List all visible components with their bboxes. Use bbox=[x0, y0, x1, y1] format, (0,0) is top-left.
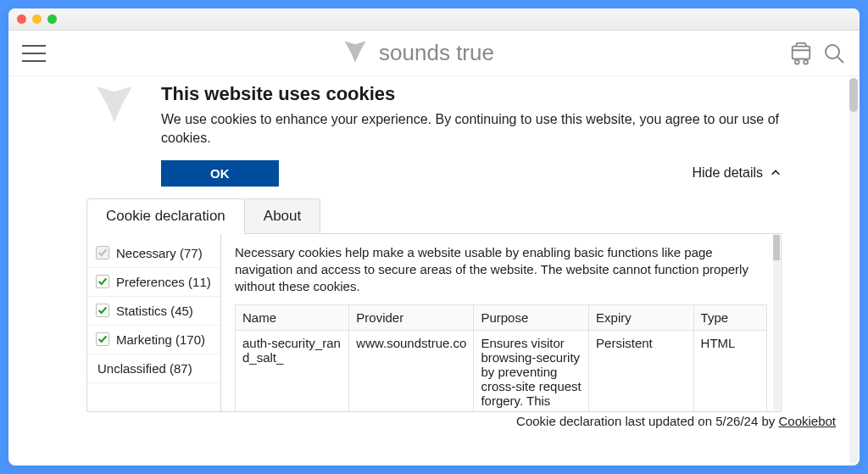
cell-provider: www.soundstrue.co bbox=[349, 330, 474, 411]
titlebar bbox=[8, 8, 860, 31]
scroll-area: This website uses cookies We use cookies… bbox=[8, 76, 860, 466]
details-scrollbar-thumb[interactable] bbox=[773, 235, 780, 260]
category-description: Necessary cookies help make a website us… bbox=[235, 244, 767, 296]
minimize-window-button[interactable] bbox=[32, 14, 42, 24]
category-necessary[interactable]: Necessary (77) bbox=[87, 239, 220, 268]
bird-logo-icon bbox=[340, 41, 370, 66]
cell-expiry: Persistent bbox=[589, 330, 694, 411]
category-detail: Necessary cookies help make a website us… bbox=[221, 234, 781, 411]
cookie-details: Necessary (77) Preferences (11) bbox=[86, 234, 782, 412]
hide-details-label: Hide details bbox=[692, 165, 763, 181]
search-icon[interactable] bbox=[822, 42, 846, 65]
brand-logo[interactable]: sounds true bbox=[59, 40, 775, 66]
app-window: sounds true bbox=[8, 8, 860, 466]
page-content: sounds true bbox=[8, 31, 860, 466]
cookie-footer: Cookie declaration last updated on 5/26/… bbox=[8, 414, 860, 428]
cell-type: HTML bbox=[693, 330, 766, 411]
tab-about[interactable]: About bbox=[244, 198, 320, 233]
svg-point-2 bbox=[804, 59, 808, 64]
details-scrollbar[interactable] bbox=[773, 235, 780, 410]
cookie-header: This website uses cookies We use cookies… bbox=[86, 83, 782, 195]
cookiebot-link[interactable]: Cookiebot bbox=[778, 414, 836, 428]
svg-point-1 bbox=[795, 59, 799, 64]
category-label: Necessary (77) bbox=[116, 246, 203, 260]
col-header-purpose: Purpose bbox=[474, 304, 589, 330]
tab-cookie-declaration[interactable]: Cookie declaration bbox=[86, 198, 245, 233]
col-header-expiry: Expiry bbox=[589, 304, 694, 330]
cookie-tabs: Cookie declaration About bbox=[86, 198, 782, 234]
table-header-row: Name Provider Purpose Expiry Type bbox=[236, 304, 767, 330]
category-list: Necessary (77) Preferences (11) bbox=[87, 234, 221, 411]
checkbox-checked-icon bbox=[96, 275, 109, 288]
checkbox-checked-icon bbox=[96, 304, 109, 317]
category-preferences[interactable]: Preferences (11) bbox=[87, 268, 220, 297]
page-scrollbar[interactable] bbox=[849, 78, 858, 464]
cookie-description: We use cookies to enhance your experienc… bbox=[161, 110, 782, 148]
ok-button[interactable]: OK bbox=[161, 160, 279, 187]
cookie-table: Name Provider Purpose Expiry Type auth-s… bbox=[235, 304, 767, 411]
category-label: Unclassified (87) bbox=[97, 361, 192, 376]
cookie-title: This website uses cookies bbox=[161, 83, 782, 105]
page-scrollbar-thumb[interactable] bbox=[849, 78, 858, 112]
cell-purpose: Ensures visitor browsing-security by pre… bbox=[474, 330, 589, 411]
hide-details-toggle[interactable]: Hide details bbox=[692, 165, 782, 181]
category-label: Marketing (170) bbox=[116, 332, 205, 347]
category-label: Preferences (11) bbox=[116, 275, 211, 289]
bird-logo-icon bbox=[89, 86, 140, 127]
chevron-up-icon bbox=[770, 167, 782, 179]
category-label: Statistics (45) bbox=[116, 304, 193, 318]
checkbox-disabled-icon bbox=[96, 246, 109, 259]
checkbox-checked-icon bbox=[96, 332, 109, 346]
svg-point-3 bbox=[826, 45, 839, 59]
category-marketing[interactable]: Marketing (170) bbox=[87, 326, 220, 354]
svg-rect-0 bbox=[793, 46, 810, 59]
cookie-consent-panel: This website uses cookies We use cookies… bbox=[86, 76, 782, 412]
cell-name: auth-security_rand_salt_ bbox=[236, 330, 349, 411]
footer-text: Cookie declaration last updated on 5/26/… bbox=[516, 414, 778, 428]
nav-icons bbox=[788, 42, 846, 65]
category-unclassified[interactable]: Unclassified (87) bbox=[87, 354, 220, 383]
col-header-type: Type bbox=[693, 304, 766, 330]
cart-icon[interactable] bbox=[788, 42, 814, 65]
category-statistics[interactable]: Statistics (45) bbox=[87, 297, 220, 326]
col-header-name: Name bbox=[236, 304, 349, 330]
table-row: auth-security_rand_salt_ www.soundstrue.… bbox=[236, 330, 767, 411]
window-controls bbox=[17, 14, 57, 24]
maximize-window-button[interactable] bbox=[47, 14, 57, 24]
brand-name: sounds true bbox=[379, 40, 494, 66]
menu-icon[interactable] bbox=[22, 45, 46, 62]
close-window-button[interactable] bbox=[17, 14, 26, 24]
col-header-provider: Provider bbox=[349, 304, 474, 330]
cookie-panel-logo bbox=[86, 83, 142, 187]
top-nav: sounds true bbox=[8, 31, 860, 76]
